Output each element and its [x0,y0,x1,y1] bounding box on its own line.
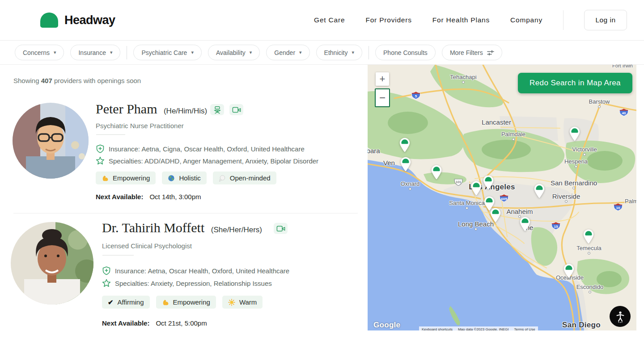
accessibility-icon [614,310,626,323]
map-town-dot [588,252,590,255]
specialties-list: ADD/ADHD, Anger Management, Anxiety, Bip… [144,157,318,165]
map-town-dot [575,165,577,168]
results-summary: Showing 407 providers with openings soon [13,77,141,84]
provider-pronouns: (She/Her/Hers) [211,226,262,234]
provider-photo-peter-pham[interactable] [13,103,89,179]
star-icon [102,279,111,288]
map-town-dot [475,228,477,230]
shield-plus-icon [96,144,105,154]
keyboard-shortcuts-link[interactable]: Keyboard shortcuts [419,326,455,330]
headway-logo[interactable]: Headway [40,13,115,28]
next-available: Next Available:Oct 21st, 5:00pm [102,319,207,327]
filter-group-divider [127,46,127,59]
divider [102,255,134,255]
provider-map-pin[interactable] [483,175,494,190]
filter-pill-availability[interactable]: Availability▾ [208,45,260,60]
filter-pill-phone-consults[interactable]: Phone Consults [375,45,436,60]
nav-item-company[interactable]: Company [510,16,542,24]
provider-name[interactable]: Peter Pham [96,101,157,116]
personality-tags: Empowering Holistic Open-minded [96,171,276,184]
nav-item-for-health-plans[interactable]: For Health Plans [432,16,490,24]
provider-credentials: Psychiatric Nurse Practitioner [96,122,184,130]
provider-map-pin[interactable] [534,184,545,198]
interstate-shield-605: 605 [499,194,509,204]
provider-name[interactable]: Dr. Tahirih Moffett [102,220,204,235]
svg-text:605: 605 [501,197,507,201]
insurance-list: Aetna, Oscar Health, Oxford, United Heal… [148,267,289,275]
muscle-icon [102,175,109,182]
provider-map-pin[interactable] [399,138,410,152]
primary-nav: Get Care For Providers For Health Plans … [314,10,627,30]
map-label-anaheim: Anaheim [506,208,533,215]
filter-pill-gender[interactable]: Gender▾ [266,45,309,60]
tag-holistic: Holistic [162,171,206,184]
terms-link[interactable]: Terms of Use [511,326,538,330]
tag-open-minded: Open-minded [213,171,276,184]
specialties-row: Specialties: Anxiety, Depression, Relati… [102,279,272,288]
map-town-dot [598,105,601,108]
provider-photo-tahirih-moffett[interactable] [11,222,93,305]
map-zoom-out-button[interactable]: − [375,88,390,107]
map-zoom-in-button[interactable]: + [376,72,389,86]
map-panel[interactable]: Fort IrwinTehachapiBarstowLancasterPalmd… [368,65,636,330]
map-label-hesperia: Hesperia [564,158,588,165]
map-town-dot [572,187,575,189]
map-town-dot [512,138,515,141]
provider-map-pin[interactable] [520,217,530,231]
results-count: 407 [41,77,52,84]
map-town-dot [583,153,586,156]
star-icon [96,156,105,165]
svg-text:101: 101 [456,180,462,184]
shield-plus-icon [102,266,111,276]
google-logo[interactable]: Google [373,321,400,330]
next-available-time: Oct 14th, 3:00pm [149,193,201,201]
redo-search-button[interactable]: Redo Search in Map Area [518,73,632,93]
nav-item-for-providers[interactable]: For Providers [365,16,411,24]
headway-logo-icon [40,13,58,28]
map-label-arbara: arbara [368,147,380,155]
map-label-oxnard: Oxnard [401,180,420,187]
map-attribution: Keyboard shortcuts Map data ©2023 Google… [419,326,538,330]
chevron-down-icon: ▾ [54,50,56,55]
divider [96,134,125,135]
nav-item-get-care[interactable]: Get Care [314,16,345,24]
map-label-fort-irwin: Fort Irwin [612,65,633,68]
filter-pill-insurance[interactable]: Insurance▾ [70,45,120,60]
provider-map-pin[interactable] [400,157,411,171]
map-label-san-diego: San Diego [562,321,601,330]
filter-pill-more-filters[interactable]: More Filters [442,45,502,60]
provider-map-pin[interactable] [583,229,594,244]
provider-map-pin[interactable] [490,208,501,222]
provider-map-pin[interactable] [569,126,580,141]
svg-text:10: 10 [616,206,620,210]
map-town-dot [409,188,411,190]
chevron-down-icon: ▾ [110,50,113,55]
map-label-tehachapi: Tehachapi [450,74,476,80]
video-session-icon [274,223,288,234]
filter-pill-ethnicity[interactable]: Ethnicity▾ [316,45,362,60]
map-data-credit: Map data ©2023 Google, INEGI [455,326,512,330]
chevron-down-icon: ▾ [299,50,302,55]
accessibility-widget-button[interactable] [610,306,631,327]
map-label-long-beach: Long Beach [458,220,494,228]
provider-map-pin[interactable] [471,181,482,196]
tag-empowering: Empowering [96,171,156,184]
map-town-dot [565,200,568,203]
tag-empowering: Empowering [156,296,216,309]
login-button[interactable]: Log in [584,10,627,30]
filter-pill-concerns[interactable]: Concerns▾ [15,45,64,60]
filter-pill-psychiatric-care[interactable]: Psychiatric Care▾ [133,45,201,60]
map-label-victorville: Victorville [572,146,597,153]
sun-icon [228,299,235,306]
provider-map-pin[interactable] [431,165,442,180]
interstate-shield-5: 5 [411,91,421,101]
map-label-barstow: Barstow [589,98,610,105]
chevron-down-icon: ▾ [352,50,355,55]
insurance-list: Aetna, Cigna, Oscar Health, Oxford, Unit… [141,145,304,153]
interstate-shield-40: 40 [619,108,629,118]
map-label-ven: Ven [383,159,395,167]
provider-map-pin[interactable] [564,263,574,278]
next-available: Next Available:Oct 14th, 3:00pm [96,193,201,201]
tag-warm: Warm [222,296,263,309]
svg-text:40: 40 [622,111,626,115]
